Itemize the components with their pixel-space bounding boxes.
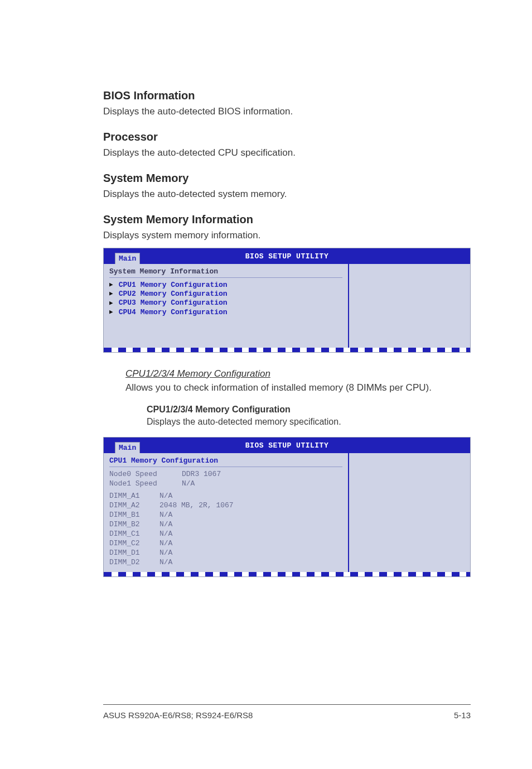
page-content: BIOS Information Displays the auto-detec… — [0, 0, 532, 577]
bios-kv-row: DIMM_B2N/A — [109, 520, 342, 530]
kv-key: DIMM_B2 — [109, 520, 159, 530]
kv-value: N/A — [159, 492, 172, 501]
kv-value: N/A — [159, 558, 172, 568]
bios-kv-row: DIMM_B1N/A — [109, 511, 342, 520]
heading-bios-information: BIOS Information — [103, 89, 471, 102]
bios-menu-item: ▶CPU2 Memory Configuration — [109, 290, 342, 299]
bios-body: CPU1 Memory Configuration Node0 SpeedDDR… — [104, 453, 470, 572]
bios-kv-row: DIMM_A1N/A — [109, 492, 342, 501]
bios-menu-label: CPU1 Memory Configuration — [119, 281, 228, 290]
kv-value: N/A — [159, 511, 172, 520]
text-bios-information: Displays the auto-detected BIOS informat… — [103, 105, 471, 118]
footer-left: ASUS RS920A-E6/RS8; RS924-E6/RS8 — [103, 710, 253, 720]
bios-kv-row: Node0 SpeedDDR3 1067 — [109, 470, 342, 479]
bios-tab-main: Main — [115, 253, 140, 264]
sub2-text: Displays the auto-detected memory specif… — [147, 417, 471, 427]
kv-key: DIMM_D2 — [109, 558, 159, 568]
page-footer: ASUS RS920A-E6/RS8; RS924-E6/RS8 5-13 — [103, 704, 471, 720]
heading-system-memory: System Memory — [103, 172, 471, 185]
heading-processor: Processor — [103, 131, 471, 143]
kv-key: Node1 Speed — [109, 479, 182, 489]
kv-value: N/A — [159, 520, 172, 530]
kv-key: DIMM_A1 — [109, 492, 159, 501]
kv-value: N/A — [159, 539, 172, 549]
sub2-heading: CPU1/2/3/4 Memory Configuration — [147, 405, 471, 415]
text-system-memory: Displays the auto-detected system memory… — [103, 188, 471, 201]
kv-value: N/A — [159, 549, 172, 558]
submenu-heading: CPU1/2/3/4 Memory Configuration — [125, 368, 471, 379]
bios-left-panel: CPU1 Memory Configuration Node0 SpeedDDR… — [104, 453, 349, 572]
kv-key: Node0 Speed — [109, 470, 182, 479]
bios-kv-row: Node1 SpeedN/A — [109, 479, 342, 489]
triangle-icon: ▶ — [109, 300, 113, 307]
bios-menu-item: ▶CPU1 Memory Configuration — [109, 281, 342, 290]
kv-key: DIMM_B1 — [109, 511, 159, 520]
bios-header: BIOS SETUP UTILITY Main — [104, 438, 470, 453]
triangle-icon: ▶ — [109, 290, 113, 298]
submenu-text: Allows you to check information of insta… — [125, 382, 471, 395]
bios-kv-row: DIMM_D2N/A — [109, 558, 342, 568]
bios-body: System Memory Information ▶CPU1 Memory C… — [104, 264, 470, 348]
bios-screenshot-2: BIOS SETUP UTILITY Main CPU1 Memory Conf… — [103, 437, 471, 577]
footer-right: 5-13 — [454, 710, 471, 720]
bios-kv-row: DIMM_D1N/A — [109, 549, 342, 558]
bios-header: BIOS SETUP UTILITY Main — [104, 248, 470, 264]
bios-title: BIOS SETUP UTILITY — [245, 252, 328, 260]
kv-value: DDR3 1067 — [182, 470, 221, 479]
bios-kv-row: DIMM_C1N/A — [109, 530, 342, 539]
bios-kv-row: DIMM_A22048 MB, 2R, 1067 — [109, 501, 342, 511]
bios-panel-title: System Memory Information — [109, 267, 342, 278]
triangle-icon: ▶ — [109, 309, 113, 316]
text-system-memory-information: Displays system memory information. — [103, 229, 471, 242]
dashed-border — [104, 348, 470, 352]
bios-right-panel — [349, 264, 470, 348]
bios-panel-title: CPU1 Memory Configuration — [109, 456, 342, 467]
kv-key: DIMM_C2 — [109, 539, 159, 549]
kv-key: DIMM_D1 — [109, 549, 159, 558]
kv-value: N/A — [159, 530, 172, 539]
bios-menu-item: ▶CPU3 Memory Configuration — [109, 299, 342, 307]
bios-screenshot-1: BIOS SETUP UTILITY Main System Memory In… — [103, 248, 471, 353]
bios-title: BIOS SETUP UTILITY — [245, 441, 328, 449]
bios-menu-label: CPU4 Memory Configuration — [119, 308, 228, 317]
bios-menu-label: CPU2 Memory Configuration — [119, 290, 228, 299]
kv-key: DIMM_C1 — [109, 530, 159, 539]
bios-kv-row: DIMM_C2N/A — [109, 539, 342, 549]
bios-tab-main: Main — [115, 442, 140, 453]
bios-left-panel: System Memory Information ▶CPU1 Memory C… — [104, 264, 349, 348]
kv-value: N/A — [182, 479, 195, 489]
bios-menu-label: CPU3 Memory Configuration — [119, 299, 228, 307]
heading-system-memory-information: System Memory Information — [103, 213, 471, 226]
bios-menu-item: ▶CPU4 Memory Configuration — [109, 308, 342, 317]
triangle-icon: ▶ — [109, 281, 113, 289]
dashed-border — [104, 572, 470, 576]
kv-value: 2048 MB, 2R, 1067 — [159, 501, 234, 511]
text-processor: Displays the auto-detected CPU specifica… — [103, 147, 471, 160]
bios-right-panel — [349, 453, 470, 572]
kv-key: DIMM_A2 — [109, 501, 159, 511]
